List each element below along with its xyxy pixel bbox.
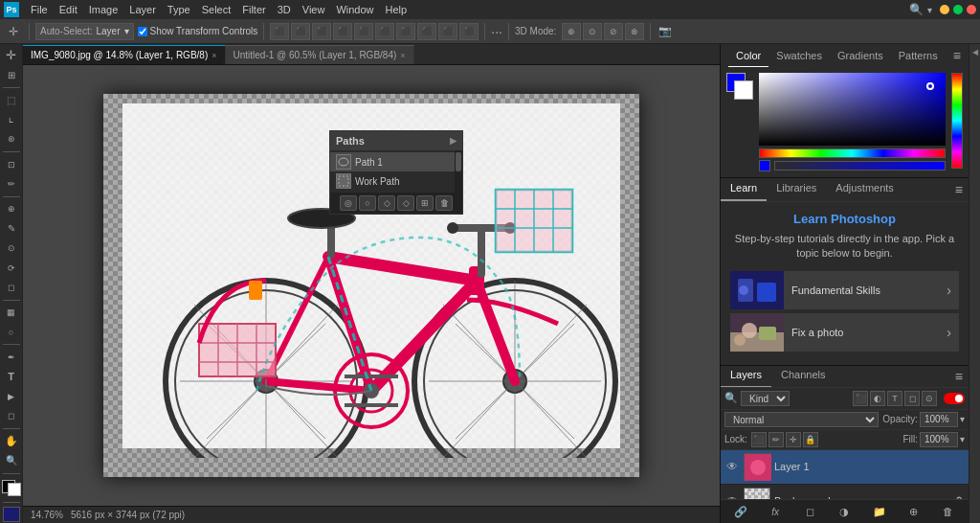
canvas-area[interactable]: Paths ▶ Path 1	[23, 65, 720, 506]
tab-untitled1[interactable]: Untitled-1 @ 60.5% (Layer 1, RGB/84) ×	[226, 45, 414, 64]
maximize-button[interactable]	[953, 5, 963, 14]
filter-smart-btn[interactable]: ⊙	[922, 391, 937, 406]
minimize-button[interactable]	[940, 5, 949, 14]
color-swatches[interactable]	[1, 479, 22, 497]
vertical-hue-bar[interactable]	[951, 73, 963, 169]
alpha-slider[interactable]	[774, 161, 946, 171]
layer-mask-btn[interactable]: ◻	[799, 503, 820, 520]
layer-group-btn[interactable]: 📁	[869, 503, 890, 520]
layers-tab[interactable]: Layers	[721, 366, 771, 387]
distribute4-btn[interactable]: ⬛	[459, 23, 479, 40]
fill-chevron-icon[interactable]: ▾	[960, 434, 965, 444]
zoom-tool[interactable]: 🔍	[1, 451, 22, 469]
fill-path-btn[interactable]: ◎	[340, 195, 357, 211]
tab-img9080-close[interactable]: ×	[212, 51, 216, 60]
artboard-tool[interactable]: ⊞	[1, 65, 22, 83]
paths-panel-collapse[interactable]: ▶	[450, 136, 457, 146]
3d-slide-btn[interactable]: ⊗	[625, 23, 644, 40]
dodge-tool[interactable]: ○	[1, 323, 22, 341]
learn-tab[interactable]: Learn	[721, 178, 767, 201]
swatches-tab[interactable]: Swatches	[768, 44, 830, 67]
paths-scroll-thumb[interactable]	[456, 152, 461, 171]
healing-tool[interactable]: ⊕	[1, 200, 22, 218]
filter-kind-dropdown[interactable]: Kind	[741, 391, 790, 406]
adjustments-tab[interactable]: Adjustments	[826, 178, 903, 201]
transform-check[interactable]	[138, 27, 147, 36]
menu-filter[interactable]: Filter	[236, 0, 271, 19]
quick-mask-toggle[interactable]	[3, 507, 20, 522]
background-color-swatch[interactable]	[734, 80, 753, 100]
fill-input[interactable]	[920, 432, 958, 447]
lock-transparency-btn[interactable]: ⬛	[751, 432, 767, 447]
align-middle-btn[interactable]: ⬛	[354, 23, 373, 40]
history-tool[interactable]: ⟳	[1, 259, 22, 277]
more-options-button[interactable]: ···	[491, 24, 502, 39]
move-tool-icon[interactable]: ✛	[4, 22, 23, 41]
gradient-tool[interactable]: ▦	[1, 304, 22, 322]
color-tab[interactable]: Color	[728, 44, 768, 67]
search-icon[interactable]: 🔍	[908, 2, 924, 17]
filter-pixel-btn[interactable]: ⬛	[853, 391, 868, 406]
layers-panel-options-icon[interactable]: ≡	[949, 366, 969, 387]
fix-photo-card[interactable]: Fix a photo ›	[730, 313, 959, 352]
distribute-btn[interactable]: ⬛	[396, 23, 415, 40]
opacity-input[interactable]	[920, 412, 958, 427]
text-tool[interactable]: T	[1, 368, 22, 386]
layer-fx-btn[interactable]: fx	[765, 503, 786, 520]
lock-all-btn[interactable]: 🔒	[803, 432, 818, 447]
fundamental-skills-card[interactable]: Fundamental Skills ›	[730, 271, 959, 309]
lasso-tool[interactable]: ʟ	[1, 110, 22, 128]
new-path-btn[interactable]: ⊞	[416, 195, 434, 211]
layer-item-1[interactable]: 👁 Layer 1	[721, 450, 969, 485]
stroke-path-btn[interactable]: ○	[359, 195, 376, 211]
filter-shape-btn[interactable]: ◻	[904, 391, 920, 406]
hue-slider[interactable]	[759, 148, 946, 158]
paths-scrollbar[interactable]	[455, 150, 462, 193]
color-panel-options-icon[interactable]: ≡	[953, 48, 961, 63]
video-camera-icon[interactable]: 📷	[658, 25, 672, 37]
learn-panel-options-icon[interactable]: ≡	[949, 178, 969, 201]
clone-tool[interactable]: ⊙	[1, 239, 22, 257]
lock-image-btn[interactable]: ✏	[768, 432, 784, 447]
color-gradient-picker[interactable]	[759, 73, 946, 146]
menu-window[interactable]: Window	[330, 0, 379, 19]
workspace-dropdown[interactable]: ▾	[927, 5, 932, 15]
filter-text-btn[interactable]: T	[887, 391, 902, 406]
menu-layer[interactable]: Layer	[123, 0, 162, 19]
brush-tool[interactable]: ✎	[1, 219, 22, 238]
path-item-1[interactable]: Path 1	[330, 152, 455, 171]
shapes-tool[interactable]: ◻	[1, 407, 22, 425]
eraser-tool[interactable]: ◻	[1, 278, 22, 296]
layer-link-btn[interactable]: 🔗	[730, 503, 751, 520]
layer-new-btn[interactable]: ⊕	[903, 503, 924, 520]
pen-tool[interactable]: ✒	[1, 348, 22, 366]
menu-type[interactable]: Type	[162, 0, 196, 19]
layer-1-visibility-icon[interactable]: 👁	[724, 459, 740, 474]
menu-3d[interactable]: 3D	[272, 0, 297, 19]
align-bottom-btn[interactable]: ⬛	[375, 23, 394, 40]
path-to-selection-btn[interactable]: ◇	[378, 195, 395, 211]
3d-orbit-btn[interactable]: ⊕	[562, 23, 581, 40]
align-top-btn[interactable]: ⬛	[333, 23, 352, 40]
libraries-tab[interactable]: Libraries	[767, 178, 826, 201]
path-item-work[interactable]: Work Path	[330, 171, 455, 191]
menu-file[interactable]: File	[25, 0, 54, 19]
gradients-tab[interactable]: Gradients	[830, 44, 891, 67]
marquee-tool[interactable]: ⬚	[1, 91, 22, 109]
menu-help[interactable]: Help	[380, 0, 413, 19]
align-right-btn[interactable]: ⬛	[312, 23, 331, 40]
strip-collapse-icon[interactable]: ◀	[972, 48, 978, 57]
path-select-tool[interactable]: ▶	[1, 387, 22, 405]
3d-walk-btn[interactable]: ⊘	[604, 23, 623, 40]
menu-select[interactable]: Select	[196, 0, 237, 19]
quick-select-tool[interactable]: ⊛	[1, 130, 22, 148]
3d-pan-btn[interactable]: ⊙	[583, 23, 602, 40]
filter-toggle[interactable]	[944, 393, 965, 404]
selection-to-path-btn[interactable]: ◇	[397, 195, 414, 211]
patterns-tab[interactable]: Patterns	[891, 44, 946, 67]
menu-edit[interactable]: Edit	[54, 0, 83, 19]
background-color[interactable]	[8, 483, 21, 496]
tab-untitled1-close[interactable]: ×	[400, 51, 405, 60]
filter-adjustment-btn[interactable]: ◐	[870, 391, 885, 406]
distribute3-btn[interactable]: ⬛	[438, 23, 457, 40]
